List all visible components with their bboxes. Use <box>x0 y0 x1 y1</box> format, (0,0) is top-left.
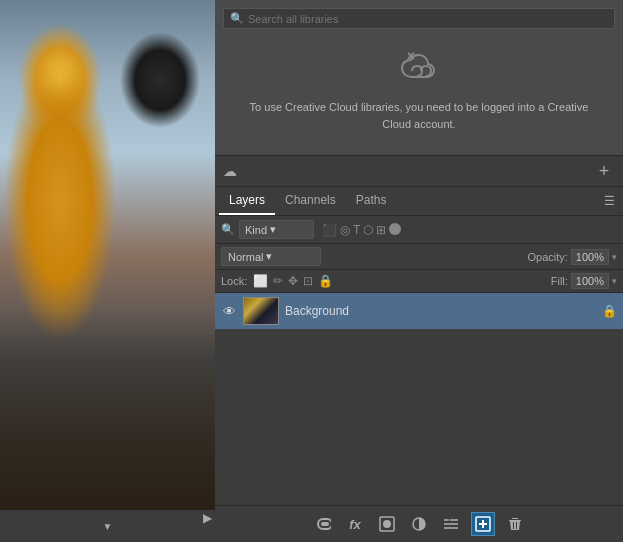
layer-item[interactable]: 👁 Background 🔒 <box>215 293 623 329</box>
opacity-arrow[interactable]: ▾ <box>612 252 617 262</box>
scroll-bottom[interactable]: ▼ <box>0 510 215 542</box>
lock-pixels-icon[interactable]: ⬜ <box>253 274 268 288</box>
blend-dropdown-arrow: ▾ <box>266 250 272 263</box>
fill-label: Fill: <box>551 275 568 287</box>
creative-cloud-icon <box>394 49 444 89</box>
photo-image <box>0 0 215 510</box>
layer-lock-icon: 🔒 <box>602 304 617 318</box>
opacity-row: Opacity: 100% ▾ <box>528 249 618 265</box>
text-filter-icon[interactable]: T <box>353 223 360 237</box>
blend-mode-dropdown[interactable]: Normal ▾ <box>221 247 321 266</box>
adjustment-filter-icon[interactable]: ◎ <box>340 223 350 237</box>
add-button[interactable]: + <box>593 160 615 182</box>
layers-panel: Layers Channels Paths ☰ 🔍 Kind ▾ ⬛ ◎ T ⬡ <box>215 187 623 542</box>
layer-name: Background <box>285 304 596 318</box>
svg-point-3 <box>383 520 391 528</box>
right-panel: 🔍 To use Creative Cloud libraries, you n… <box>215 0 623 542</box>
new-layer-button[interactable] <box>471 512 495 536</box>
delete-layer-button[interactable] <box>503 512 527 536</box>
cloud-icon: ☁ <box>223 163 237 179</box>
cc-message: To use Creative Cloud libraries, you nee… <box>243 99 595 132</box>
kind-dropdown[interactable]: Kind ▾ <box>239 220 314 239</box>
layer-list: 👁 Background 🔒 <box>215 293 623 505</box>
opacity-value[interactable]: 100% <box>571 249 609 265</box>
libraries-panel: 🔍 To use Creative Cloud libraries, you n… <box>215 0 623 156</box>
photo-panel: ▼ ▶ <box>0 0 215 542</box>
lock-position-icon[interactable]: ✏ <box>273 274 283 288</box>
opacity-label: Opacity: <box>528 251 568 263</box>
filter-toggle-circle[interactable] <box>389 223 401 235</box>
lock-artboard-icon[interactable]: ⊡ <box>303 274 313 288</box>
tab-channels[interactable]: Channels <box>275 187 346 215</box>
blend-row: Normal ▾ Opacity: 100% ▾ <box>215 244 623 270</box>
scroll-right[interactable]: ▶ <box>199 510 215 526</box>
layer-visibility-icon[interactable]: 👁 <box>221 304 237 319</box>
tab-layers[interactable]: Layers <box>219 187 275 215</box>
fill-value[interactable]: 100% <box>571 273 609 289</box>
tabs-row: Layers Channels Paths ☰ <box>215 187 623 216</box>
create-adjustment-button[interactable] <box>407 512 431 536</box>
create-group-button[interactable] <box>439 512 463 536</box>
layer-thumbnail <box>243 297 279 325</box>
blend-mode-value: Normal <box>228 251 263 263</box>
search-icon: 🔍 <box>230 12 244 25</box>
search-bar[interactable]: 🔍 <box>223 8 615 29</box>
smartobject-filter-icon[interactable]: ⊞ <box>376 223 386 237</box>
bottom-toolbar: fx <box>215 505 623 542</box>
pixel-filter-icon[interactable]: ⬛ <box>322 223 337 237</box>
lock-label: Lock: <box>221 275 247 287</box>
lock-move-icon[interactable]: ✥ <box>288 274 298 288</box>
shape-filter-icon[interactable]: ⬡ <box>363 223 373 237</box>
lock-row: Lock: ⬜ ✏ ✥ ⊡ 🔒 Fill: 100% ▾ <box>215 270 623 293</box>
tab-paths[interactable]: Paths <box>346 187 397 215</box>
kind-label: Kind <box>245 224 267 236</box>
lock-all-icon[interactable]: 🔒 <box>318 274 333 288</box>
fill-arrow[interactable]: ▾ <box>612 276 617 286</box>
cc-libraries-content: To use Creative Cloud libraries, you nee… <box>223 39 615 147</box>
add-layer-style-button[interactable]: fx <box>343 512 367 536</box>
panel-header-bar: ☁ + <box>215 156 623 187</box>
add-mask-button[interactable] <box>375 512 399 536</box>
search-input[interactable] <box>248 13 608 25</box>
kind-dropdown-arrow: ▾ <box>270 223 276 236</box>
panel-menu-icon[interactable]: ☰ <box>600 190 619 212</box>
filter-row: 🔍 Kind ▾ ⬛ ◎ T ⬡ ⊞ <box>215 216 623 244</box>
filter-search-icon: 🔍 <box>221 223 235 236</box>
fill-row: Fill: 100% ▾ <box>551 273 617 289</box>
lock-icons: ⬜ ✏ ✥ ⊡ 🔒 <box>253 274 333 288</box>
link-layers-button[interactable] <box>311 512 335 536</box>
filter-icons: ⬛ ◎ T ⬡ ⊞ <box>322 223 401 237</box>
